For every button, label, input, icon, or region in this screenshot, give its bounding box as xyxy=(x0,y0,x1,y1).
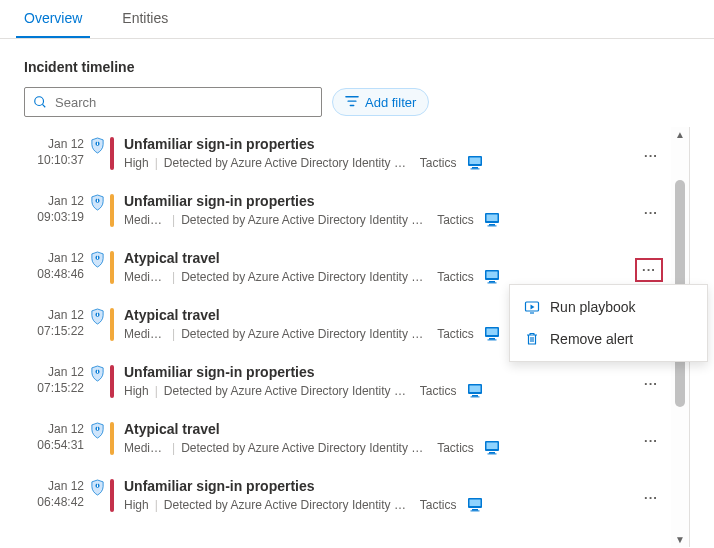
shield-icon xyxy=(84,135,110,154)
svg-rect-49 xyxy=(472,509,478,511)
timeline-row[interactable]: Jan 1206:54:31Atypical travelMedium|Dete… xyxy=(24,412,671,469)
alert-title: Unfamiliar sign-in properties xyxy=(124,478,633,494)
host-entity-icon xyxy=(467,497,483,512)
filter-icon xyxy=(345,95,359,109)
severity-indicator xyxy=(110,479,114,512)
alert-meta: High|Detected by Azure Active Directory … xyxy=(124,155,633,170)
alert-meta: Medium|Detected by Azure Active Director… xyxy=(124,212,633,227)
severity-text: Medium xyxy=(124,327,166,341)
search-icon xyxy=(33,95,47,109)
svg-rect-31 xyxy=(96,371,97,373)
menu-remove-alert-label: Remove alert xyxy=(550,331,633,347)
detected-by: Detected by Azure Active Directory Ident… xyxy=(164,384,414,398)
svg-line-1 xyxy=(42,104,45,107)
severity-indicator xyxy=(110,308,114,341)
severity-text: High xyxy=(124,384,149,398)
context-menu: Run playbook Remove alert xyxy=(509,284,708,362)
alert-body: Unfamiliar sign-in propertiesMedium|Dete… xyxy=(124,192,633,227)
more-actions-button[interactable]: ··· xyxy=(639,374,663,394)
severity-indicator xyxy=(110,137,114,170)
shield-icon xyxy=(84,306,110,325)
menu-remove-alert[interactable]: Remove alert xyxy=(510,323,707,355)
more-actions-button[interactable]: ··· xyxy=(639,431,663,451)
timestamp: Jan 1207:15:22 xyxy=(24,306,84,339)
alert-title: Atypical travel xyxy=(124,421,633,437)
alert-body: Unfamiliar sign-in propertiesHigh|Detect… xyxy=(124,135,633,170)
svg-rect-29 xyxy=(487,339,496,340)
severity-text: Medium xyxy=(124,270,166,284)
add-filter-button[interactable]: Add filter xyxy=(332,88,429,116)
tactics-label: Tactics xyxy=(437,213,474,227)
svg-rect-7 xyxy=(472,167,478,169)
svg-rect-43 xyxy=(487,453,496,454)
svg-point-18 xyxy=(96,255,97,256)
timestamp: Jan 1210:10:37 xyxy=(24,135,84,168)
severity-indicator xyxy=(110,365,114,398)
shield-icon xyxy=(84,477,110,496)
svg-rect-28 xyxy=(489,338,495,340)
svg-rect-24 xyxy=(96,314,97,316)
tactics-label: Tactics xyxy=(420,156,457,170)
alert-title: Unfamiliar sign-in properties xyxy=(124,193,633,209)
search-input[interactable] xyxy=(53,94,313,111)
scroll-down-arrow-icon[interactable]: ▼ xyxy=(673,532,687,547)
svg-rect-41 xyxy=(486,443,497,450)
alert-body: Unfamiliar sign-in propertiesHigh|Detect… xyxy=(124,477,633,512)
svg-point-0 xyxy=(35,97,44,106)
host-entity-icon xyxy=(484,269,500,284)
alert-title: Unfamiliar sign-in properties xyxy=(124,364,633,380)
detected-by: Detected by Azure Active Directory Ident… xyxy=(181,270,431,284)
severity-text: High xyxy=(124,156,149,170)
svg-rect-34 xyxy=(469,386,480,393)
alert-title: Atypical travel xyxy=(124,250,629,266)
svg-rect-45 xyxy=(96,485,97,487)
host-entity-icon xyxy=(467,383,483,398)
alert-meta: Medium|Detected by Azure Active Director… xyxy=(124,440,633,455)
search-box[interactable] xyxy=(24,87,322,117)
timestamp: Jan 1207:15:22 xyxy=(24,363,84,396)
tactics-label: Tactics xyxy=(437,270,474,284)
trash-icon xyxy=(524,331,540,347)
svg-rect-48 xyxy=(469,500,480,507)
host-entity-icon xyxy=(484,212,500,227)
more-actions-button[interactable]: ··· xyxy=(639,203,663,223)
svg-rect-22 xyxy=(487,282,496,283)
alert-body: Atypical travelMedium|Detected by Azure … xyxy=(124,420,633,455)
svg-rect-42 xyxy=(489,452,495,454)
timeline-row[interactable]: Jan 1207:15:22Unfamiliar sign-in propert… xyxy=(24,355,671,412)
more-actions-button[interactable]: ··· xyxy=(639,146,663,166)
section-title: Incident timeline xyxy=(24,59,690,75)
timeline-row[interactable]: Jan 1209:03:19Unfamiliar sign-in propert… xyxy=(24,184,671,241)
svg-point-39 xyxy=(96,426,97,427)
shield-icon xyxy=(84,249,110,268)
alert-body: Atypical travelMedium|Detected by Azure … xyxy=(124,249,629,284)
svg-rect-8 xyxy=(470,168,479,169)
tactics-label: Tactics xyxy=(437,441,474,455)
more-actions-button[interactable]: ··· xyxy=(639,488,663,508)
menu-run-playbook[interactable]: Run playbook xyxy=(510,291,707,323)
scroll-up-arrow-icon[interactable]: ▲ xyxy=(673,127,687,142)
alert-meta: High|Detected by Azure Active Directory … xyxy=(124,383,633,398)
more-actions-button[interactable]: ··· xyxy=(635,258,663,282)
svg-rect-17 xyxy=(96,257,97,259)
severity-text: Medium xyxy=(124,213,166,227)
timeline-row[interactable]: Jan 1210:10:37Unfamiliar sign-in propert… xyxy=(24,127,671,184)
timeline-row[interactable]: Jan 1206:48:42Unfamiliar sign-in propert… xyxy=(24,469,671,526)
alert-meta: Medium|Detected by Azure Active Director… xyxy=(124,269,629,284)
tab-bar: Overview Entities xyxy=(0,0,714,39)
svg-rect-15 xyxy=(487,225,496,226)
tab-entities[interactable]: Entities xyxy=(114,0,176,38)
svg-point-32 xyxy=(96,369,97,370)
svg-rect-50 xyxy=(470,510,479,511)
severity-text: Medium xyxy=(124,441,166,455)
tactics-label: Tactics xyxy=(437,327,474,341)
svg-rect-10 xyxy=(96,200,97,202)
host-entity-icon xyxy=(467,155,483,170)
svg-rect-35 xyxy=(472,395,478,397)
svg-point-25 xyxy=(96,312,97,313)
shield-icon xyxy=(84,192,110,211)
svg-rect-20 xyxy=(486,272,497,279)
tab-overview[interactable]: Overview xyxy=(16,0,90,38)
svg-point-11 xyxy=(96,198,97,199)
detected-by: Detected by Azure Active Directory Ident… xyxy=(181,441,431,455)
